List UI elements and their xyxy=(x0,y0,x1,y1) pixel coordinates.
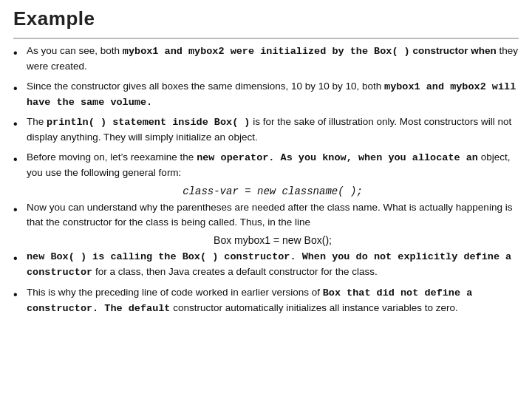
bullet-marker: • xyxy=(13,250,27,267)
bold-text: mybox1 and mybox2 were initialized by th… xyxy=(123,46,410,57)
bullet-list-3: • new Box( ) is calling the Box( ) const… xyxy=(13,249,519,316)
title-divider xyxy=(13,38,519,39)
bold-text: println( ) statement inside Box( ) xyxy=(47,117,250,128)
bullet-marker: • xyxy=(13,201,27,218)
list-item-content: The println( ) statement inside Box( ) i… xyxy=(27,115,519,145)
bold-text: constructor when xyxy=(412,45,496,56)
bullet-list-2: • Now you can understand why the parenth… xyxy=(13,200,519,230)
list-item: • This is why the preceding line of code… xyxy=(13,285,519,316)
list-item-content: Now you can understand why the parenthes… xyxy=(27,200,519,230)
page: Example • As you can see, both mybox1 an… xyxy=(0,0,532,399)
list-item: • Since the constructor gives all boxes … xyxy=(13,79,519,110)
bullet-marker: • xyxy=(13,151,27,168)
bullet-marker: • xyxy=(13,80,27,97)
list-item-content: Since the constructor gives all boxes th… xyxy=(27,79,519,110)
list-item-content: Before moving on, let’s reexamine the ne… xyxy=(27,150,519,180)
bold-text: mybox1 and mybox2 will have the same vol… xyxy=(27,81,516,108)
page-title: Example xyxy=(13,7,519,30)
list-item-content: As you can see, both mybox1 and mybox2 w… xyxy=(27,44,519,74)
list-item: • Now you can understand why the parenth… xyxy=(13,200,519,230)
bold-text: Box that did not define a constructor. T… xyxy=(27,287,472,314)
list-item-content: new Box( ) is calling the Box( ) constru… xyxy=(27,249,519,280)
bold-text: new Box( ) is calling the Box( ) constru… xyxy=(27,251,511,278)
center-code-line: class-var = new classname( ); xyxy=(27,185,519,197)
list-item-content: This is why the preceding line of code w… xyxy=(27,285,519,316)
list-item: • As you can see, both mybox1 and mybox2… xyxy=(13,44,519,74)
list-item: • Before moving on, let’s reexamine the … xyxy=(13,150,519,180)
bold-text: new operator. As you know, when you allo… xyxy=(197,152,478,163)
bullet-marker: • xyxy=(13,115,27,132)
bullet-marker: • xyxy=(13,44,27,61)
bullet-marker: • xyxy=(13,286,27,303)
center-code-line2: Box mybox1 = new Box(); xyxy=(27,234,519,246)
list-item: • The println( ) statement inside Box( )… xyxy=(13,115,519,145)
list-item: • new Box( ) is calling the Box( ) const… xyxy=(13,249,519,280)
bullet-list-1: • As you can see, both mybox1 and mybox2… xyxy=(13,44,519,180)
